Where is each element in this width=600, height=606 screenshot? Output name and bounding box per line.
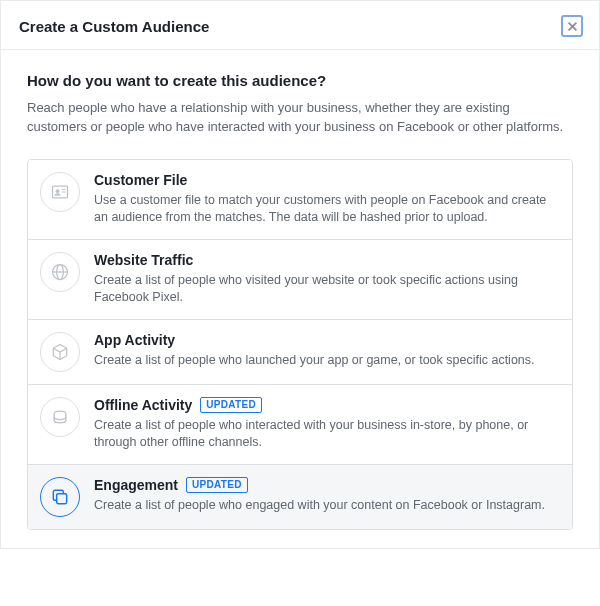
dialog-body: How do you want to create this audience?… — [1, 50, 599, 548]
option-title: Website Traffic — [94, 252, 193, 268]
option-title: Offline Activity — [94, 397, 192, 413]
customer-file-icon — [40, 172, 80, 212]
option-text: Engagement UPDATED Create a list of peop… — [94, 477, 558, 515]
create-custom-audience-dialog: Create a Custom Audience How do you want… — [0, 0, 600, 549]
offline-icon — [40, 397, 80, 437]
updated-badge: UPDATED — [186, 477, 248, 493]
option-desc: Create a list of people who visited your… — [94, 272, 558, 307]
option-title: Customer File — [94, 172, 187, 188]
option-engagement[interactable]: Engagement UPDATED Create a list of peop… — [28, 465, 572, 529]
option-text: Website Traffic Create a list of people … — [94, 252, 558, 307]
option-desc: Create a list of people who interacted w… — [94, 417, 558, 452]
option-desc: Create a list of people who engaged with… — [94, 497, 558, 515]
dialog-header: Create a Custom Audience — [1, 1, 599, 50]
globe-icon — [40, 252, 80, 292]
option-text: Customer File Use a customer file to mat… — [94, 172, 558, 227]
cube-icon — [40, 332, 80, 372]
option-desc: Create a list of people who launched you… — [94, 352, 558, 370]
option-offline-activity[interactable]: Offline Activity UPDATED Create a list o… — [28, 385, 572, 465]
option-website-traffic[interactable]: Website Traffic Create a list of people … — [28, 240, 572, 320]
option-title: Engagement — [94, 477, 178, 493]
option-title: App Activity — [94, 332, 175, 348]
close-button[interactable] — [561, 15, 583, 37]
close-icon — [567, 21, 578, 32]
engagement-icon — [40, 477, 80, 517]
option-text: Offline Activity UPDATED Create a list o… — [94, 397, 558, 452]
description-text: Reach people who have a relationship wit… — [27, 99, 573, 137]
option-text: App Activity Create a list of people who… — [94, 332, 558, 370]
question-heading: How do you want to create this audience? — [27, 72, 573, 89]
updated-badge: UPDATED — [200, 397, 262, 413]
options-list: Customer File Use a customer file to mat… — [27, 159, 573, 530]
option-customer-file[interactable]: Customer File Use a customer file to mat… — [28, 160, 572, 240]
option-app-activity[interactable]: App Activity Create a list of people who… — [28, 320, 572, 385]
dialog-title: Create a Custom Audience — [19, 18, 209, 35]
svg-point-3 — [56, 189, 60, 193]
option-desc: Use a customer file to match your custom… — [94, 192, 558, 227]
svg-rect-11 — [57, 493, 67, 503]
